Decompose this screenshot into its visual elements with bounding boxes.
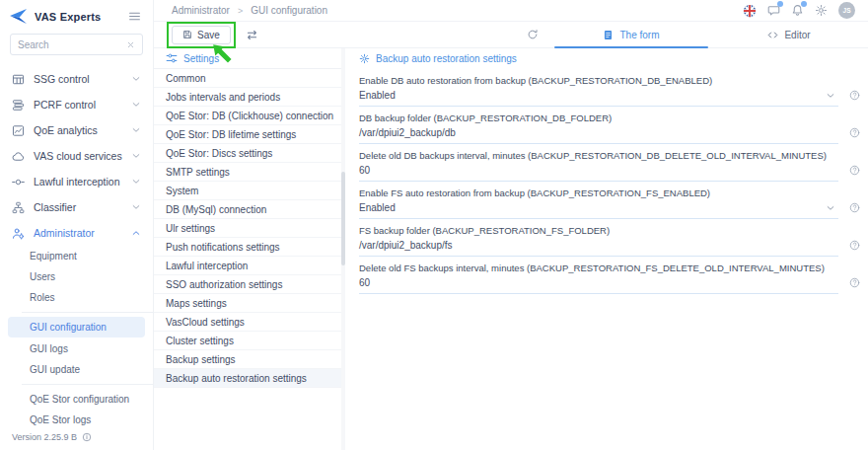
sidebar-item-ssg-control[interactable]: SSG control [0,66,153,92]
help-icon[interactable] [849,90,860,101]
sidebar-subitem-roles[interactable]: Roles [0,287,153,308]
admin-icon [12,227,25,240]
sidebar-item-label: SSG control [34,73,90,85]
sidebar-subitem-gui-update[interactable]: GUI update [0,359,153,380]
field-input[interactable]: 60 [359,274,838,294]
sidebar-item-administrator[interactable]: Administrator [0,220,153,246]
sidebar-item-qoe-analytics[interactable]: QoE analytics [0,117,153,143]
tabs: The formEditor [552,22,868,47]
settings-item-common[interactable]: Common [154,69,345,88]
settings-item-vascloud-settings[interactable]: VasCloud settings [154,313,345,332]
chevron-down-icon[interactable] [826,166,835,176]
form-field-enable-db-auto-restoration-from-backup: Enable DB auto restoration from backup (… [359,74,838,107]
sidebar-item-vas-cloud-services[interactable]: VAS cloud services [0,143,153,169]
help-icon[interactable] [849,165,860,176]
toolbar: Save The formEditor [154,22,868,48]
sidebar-item-label: QoE analytics [34,124,98,136]
version-label: Version 2.25.9 B [12,432,77,442]
form-header: Backup auto restoration settings [349,48,868,69]
form-panel: Backup auto restoration settings Enable … [345,48,868,450]
sidebar-subitem-gui-configuration[interactable]: GUI configuration [8,317,145,338]
version-info-icon[interactable] [82,432,92,442]
settings-item-maps-settings[interactable]: Maps settings [154,294,345,313]
field-input[interactable]: /var/dpiui2_backup/fs [359,237,838,257]
sliders-icon [166,52,178,64]
field-value-text: /var/dpiui2_backup/db [359,127,456,138]
chat-icon[interactable] [767,4,780,17]
chevron-down-icon[interactable] [826,128,835,138]
tab-bar: The formEditor [527,22,868,47]
form-field-db-backup-folder: DB backup folder (BACKUP_RESTORATION_DB_… [359,112,838,144]
settings-list-panel: Settings CommonJobs intervals and period… [154,48,345,450]
chevron-down-icon [131,202,141,212]
sidebar-subitem-qoe-stor-logs[interactable]: QoE Stor logs [0,410,153,430]
code-icon [767,30,778,40]
hamburger-menu-icon[interactable] [128,10,141,23]
submenu-divider [22,312,153,313]
settings-item-backup-auto-restoration-settings[interactable]: Backup auto restoration settings [154,369,345,388]
help-icon[interactable] [849,127,860,138]
form-field-delete-old-fs-backups-interval-minutes: Delete old FS backups interval, minutes … [359,262,838,294]
chart-icon [12,124,25,137]
field-value-text: 60 [359,277,370,288]
settings-item-qoe-stor-db-clickhouse-connection[interactable]: QoE Stor: DB (Clickhouse) connection [154,107,345,125]
tab-the-form[interactable]: The form [552,22,710,47]
settings-item-smtp-settings[interactable]: SMTP settings [154,163,345,182]
help-icon[interactable] [849,202,860,213]
notifications-bell-icon[interactable] [791,4,804,17]
sidebar-subitem-equipment[interactable]: Equipment [0,246,153,266]
settings-item-db-mysql-connection[interactable]: DB (MySql) connection [154,200,345,219]
sidebar-item-label: VAS cloud services [34,150,122,162]
help-icon[interactable] [849,277,860,288]
settings-item-qoe-stor-db-lifetime-settings[interactable]: QoE Stor: DB lifetime settings [154,125,345,144]
settings-item-jobs-intervals-and-periods[interactable]: Jobs intervals and periods [154,88,345,107]
settings-gear-icon[interactable] [815,4,828,17]
layers-icon [12,99,25,112]
chevron-down-icon [131,100,141,110]
refresh-icon[interactable] [527,29,539,40]
chevron-down-icon[interactable] [826,203,835,213]
chevron-down-icon [131,74,141,84]
language-flag-icon[interactable] [743,4,757,18]
settings-item-cluster-settings[interactable]: Cluster settings [154,332,345,350]
chevron-down-icon[interactable] [826,278,835,288]
settings-item-sso-authorization-settings[interactable]: SSO authorization settings [154,275,345,294]
search-clear-icon[interactable] [126,40,135,49]
form-field-enable-fs-auto-restoration-from-backup: Enable FS auto restoration from backup (… [359,187,838,219]
save-button[interactable]: Save [172,26,231,44]
field-input[interactable]: /var/dpiui2_backup/db [359,124,838,144]
tab-editor[interactable]: Editor [710,22,868,47]
settings-item-backup-settings[interactable]: Backup settings [154,350,345,369]
chevron-down-icon [131,125,141,135]
settings-item-system[interactable]: System [154,182,345,200]
form-title: Backup auto restoration settings [376,53,517,64]
help-icon[interactable] [849,240,860,251]
swap-arrows-icon[interactable] [246,29,258,41]
sidebar-item-classifier[interactable]: Classifier [0,194,153,220]
chevron-down-icon[interactable] [826,241,835,251]
field-label: Delete old DB backups interval, minutes … [359,149,838,162]
settings-item-qoe-stor-discs-settings[interactable]: QoE Stor: Discs settings [154,144,345,163]
field-input[interactable]: Enabled [359,87,838,107]
sidebar-subitem-users[interactable]: Users [0,266,153,287]
search-input[interactable] [18,39,122,50]
field-label: FS backup folder (BACKUP_RESTORATION_FS_… [359,224,838,237]
submenu-divider [22,384,153,385]
sidebar-item-pcrf-control[interactable]: PCRF control [0,92,153,117]
chevron-down-icon[interactable] [826,91,835,101]
save-button-wrap: Save [172,26,231,44]
sidebar-search[interactable] [10,34,143,55]
sidebar-subitem-qoe-stor-configuration[interactable]: QoE Stor configuration [0,389,153,410]
settings-item-ulr-settings[interactable]: Ulr settings [154,219,345,238]
breadcrumb-administrator[interactable]: Administrator [172,5,230,16]
settings-item-lawful-interception[interactable]: Lawful interception [154,257,345,275]
sidebar-item-lawful-interception[interactable]: Lawful interception [0,169,153,194]
user-avatar[interactable]: JS [838,2,855,19]
field-input[interactable]: 60 [359,162,838,182]
settings-item-push-notifications-settings[interactable]: Push notifications settings [154,238,345,257]
chevron-down-icon [131,177,141,187]
field-input[interactable]: Enabled [359,199,838,219]
sidebar-item-label: Lawful interception [34,176,120,188]
top-header: Administrator > GUI configuration JS [154,0,868,22]
sidebar-subitem-gui-logs[interactable]: GUI logs [0,338,153,359]
